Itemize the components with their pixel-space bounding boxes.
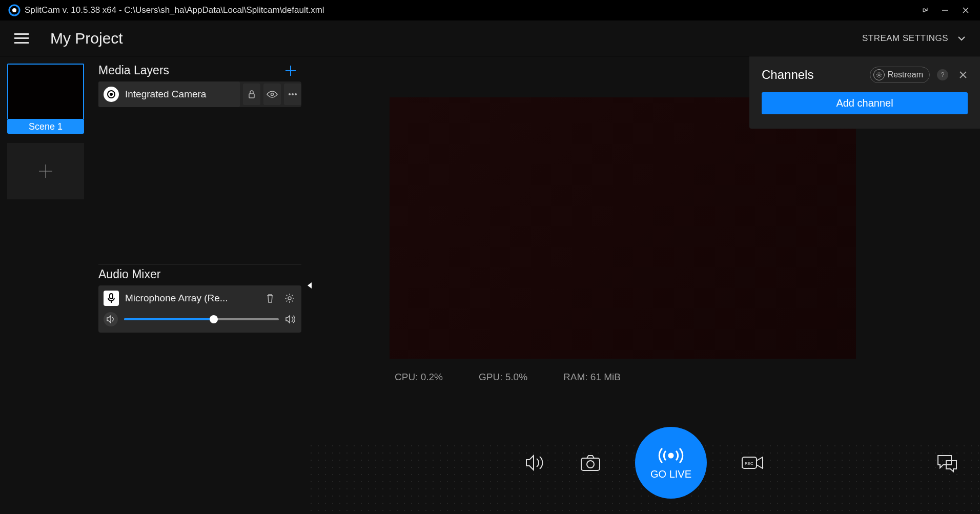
add-channel-button[interactable]: Add channel [762,92,968,114]
svg-point-20 [669,454,673,458]
gear-icon [873,69,885,80]
svg-point-1 [12,8,16,12]
ram-stat: RAM: 61 MiB [563,372,621,383]
lock-layer-button[interactable] [243,84,260,105]
scene-label[interactable]: Scene 1 [7,120,84,134]
audio-toggle-button[interactable] [523,454,546,472]
mixer-row: Microphone Array (Re... [98,285,301,333]
pin-icon[interactable] [920,5,930,15]
volume-icon [285,315,296,324]
svg-rect-9 [249,94,254,98]
close-panel-button[interactable] [958,70,968,79]
bottom-toolbar: GO LIVE REC [308,427,980,499]
center-area: CPU: 0.2% GPU: 5.0% RAM: 61 MiB GO LIVE … [308,56,980,514]
help-button[interactable]: ? [937,69,948,80]
svg-rect-14 [110,294,113,299]
audio-mixer-title: Audio Mixer [98,268,160,281]
gpu-stat: GPU: 5.0% [479,372,527,383]
delete-mixer-button[interactable] [263,292,277,305]
app-logo-icon [8,4,21,16]
mute-button[interactable] [104,312,118,326]
svg-point-16 [288,297,291,300]
media-layers-header: Media Layers [98,64,301,77]
chevron-down-icon [957,36,966,41]
audio-mixer-header: Audio Mixer [98,268,301,281]
layer-name: Integrated Camera [125,89,206,100]
record-button[interactable]: REC [741,455,764,470]
svg-point-10 [271,93,274,96]
restream-button[interactable]: Restream [870,67,930,83]
visibility-layer-button[interactable] [263,84,281,105]
microphone-icon [104,291,119,306]
add-layer-button[interactable] [284,64,297,77]
svg-text:REC: REC [745,461,753,466]
svg-point-13 [295,93,297,95]
media-layers-title: Media Layers [98,64,169,77]
camera-layer-icon [104,87,119,102]
minimize-button[interactable] [940,5,950,15]
mixer-settings-button[interactable] [283,292,296,305]
go-live-label: GO LIVE [650,468,691,480]
volume-slider[interactable] [124,318,279,320]
scenes-column: Scene 1 [0,56,92,514]
svg-rect-18 [581,458,600,470]
svg-point-12 [292,93,294,95]
svg-point-23 [878,74,880,76]
mixer-source-name: Microphone Array (Re... [125,293,257,304]
add-scene-button[interactable] [7,143,84,199]
cpu-stat: CPU: 0.2% [395,372,443,383]
stream-settings-button[interactable]: STREAM SETTINGS [862,33,966,44]
preview-canvas[interactable] [390,97,856,359]
svg-point-11 [289,93,291,95]
svg-point-19 [587,461,594,468]
go-live-button[interactable]: GO LIVE [635,427,707,499]
channels-panel: Channels Restream ? Add channel [749,56,980,129]
project-title: My Project [50,30,862,47]
window-titlebar: SplitCam v. 10.5.38 x64 - C:\Users\sh_ha… [0,0,980,20]
stream-settings-label: STREAM SETTINGS [862,33,948,44]
layer-more-button[interactable] [284,84,301,105]
snapshot-button[interactable] [580,454,601,471]
channels-title: Channels [762,68,863,82]
window-title: SplitCam v. 10.5.38 x64 - C:\Users\sh_ha… [25,5,920,15]
system-stats: CPU: 0.2% GPU: 5.0% RAM: 61 MiB [395,372,621,383]
scene-thumbnail[interactable] [7,64,84,120]
side-panel: Media Layers Integrated Camera Audio M [92,56,308,514]
menu-button[interactable] [14,33,29,44]
close-button[interactable] [961,5,971,15]
layer-row[interactable]: Integrated Camera [98,81,301,107]
restream-label: Restream [888,70,923,79]
app-header: My Project STREAM SETTINGS [0,20,980,56]
chat-button[interactable] [936,454,958,473]
